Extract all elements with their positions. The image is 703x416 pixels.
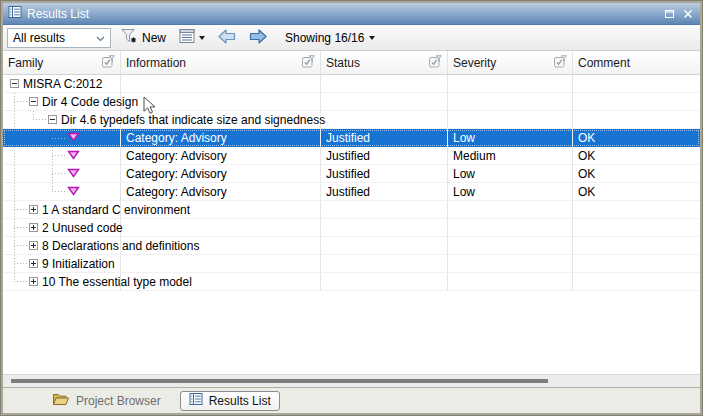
tree-indent (3, 101, 14, 102)
tree-group-row[interactable]: 8 Declarations and definitions (3, 237, 700, 255)
results-filter-select[interactable]: All results (7, 28, 111, 48)
collapse-toggle[interactable] (29, 97, 38, 106)
result-cell-information: Category: Advisory (121, 183, 321, 200)
result-row[interactable]: Category: AdvisoryJustifiedLowOK (3, 165, 700, 183)
tree-group-row[interactable]: 10 The essential type model (3, 273, 700, 291)
float-window-button[interactable] (663, 8, 675, 20)
column-header-status[interactable]: Status (321, 51, 448, 74)
chevron-down-icon (96, 31, 105, 45)
tree-indent (3, 263, 14, 264)
tree-connector (14, 227, 29, 228)
expand-toggle[interactable] (29, 205, 38, 214)
arrow-right-icon (249, 29, 267, 47)
collapse-toggle[interactable] (10, 79, 19, 88)
results-list-icon (8, 5, 22, 22)
window-controls (663, 8, 694, 20)
view-options-button[interactable] (176, 26, 208, 49)
previous-result-button[interactable] (215, 27, 239, 49)
tree-group-row[interactable]: MISRA C:2012 (3, 75, 700, 93)
column-header-label: Severity (453, 56, 496, 70)
result-cell-comment: OK (573, 165, 700, 182)
tree-group-row[interactable]: Dir 4 Code design (3, 93, 700, 111)
next-result-button[interactable] (246, 27, 270, 49)
expand-toggle[interactable] (29, 241, 38, 250)
column-header-severity[interactable]: Severity (448, 51, 573, 74)
result-row[interactable]: Category: AdvisoryJustifiedLowOK (3, 183, 700, 201)
result-cell-family (3, 183, 121, 200)
showing-caret-icon (369, 36, 375, 40)
tree-row-label: Dir 4 Code design (42, 95, 138, 109)
result-cell-status: Justified (321, 147, 448, 164)
arrow-left-icon (218, 29, 236, 47)
titlebar[interactable]: Results List (3, 3, 700, 25)
tree-group-row[interactable]: 9 Initialization (3, 255, 700, 273)
project-browser-icon (52, 392, 70, 410)
column-header-label: Status (326, 56, 360, 70)
expand-toggle[interactable] (29, 277, 38, 286)
result-cell-status: Justified (321, 183, 448, 200)
result-cell-severity: Low (448, 183, 573, 200)
column-header-comment[interactable]: Comment (573, 51, 700, 74)
tree-indent (3, 155, 52, 156)
tree-connector (14, 101, 29, 102)
expand-toggle[interactable] (29, 259, 38, 268)
tree-group-row[interactable]: 2 Unused code (3, 219, 700, 237)
tree-indent (3, 227, 14, 228)
toolbar: All results New (3, 25, 700, 51)
column-filter-icon[interactable] (554, 55, 567, 71)
result-cell-severity: Low (448, 165, 573, 182)
horizontal-scrollbar[interactable] (3, 374, 700, 387)
tree-connector (52, 138, 67, 139)
column-filter-icon[interactable] (102, 55, 115, 71)
result-cell-family (3, 147, 121, 164)
column-filter-icon[interactable] (302, 55, 315, 71)
new-filter-button[interactable]: New (118, 26, 169, 49)
tree-indent (3, 281, 14, 282)
result-cell-family (3, 129, 121, 147)
showing-label: Showing 16/16 (285, 31, 364, 45)
result-cell-comment: OK (573, 183, 700, 200)
column-header-row: FamilyInformationStatusSeverityComment (3, 51, 700, 75)
showing-dropdown[interactable]: Showing 16/16 (285, 31, 375, 45)
tree-row-label: 8 Declarations and definitions (42, 239, 199, 253)
result-row[interactable]: Category: AdvisoryJustifiedLowOK (3, 129, 700, 147)
tree-row-label: 1 A standard C environment (42, 203, 190, 217)
results-list-tab-icon (189, 392, 203, 409)
tree-indent (3, 209, 14, 210)
bottom-tabbar: Project Browser Results List (3, 387, 700, 413)
collapse-toggle[interactable] (48, 115, 57, 124)
list-view-icon (179, 28, 195, 47)
advisory-triangle-icon (67, 149, 80, 163)
tree-row-label: 9 Initialization (42, 257, 115, 271)
result-cell-information: Category: Advisory (121, 147, 321, 164)
column-header-family[interactable]: Family (3, 51, 121, 74)
column-header-information[interactable]: Information (121, 51, 321, 74)
column-filter-icon[interactable] (429, 55, 442, 71)
tree-connector (33, 119, 48, 120)
result-cell-family (3, 165, 121, 182)
tree-connector (14, 209, 29, 210)
tree-connector (14, 245, 29, 246)
tree-group-row[interactable]: Dir 4.6 typedefs that indicate size and … (3, 111, 700, 129)
tab-project-browser-label: Project Browser (76, 394, 161, 408)
tree-connector (52, 173, 67, 174)
close-window-button[interactable] (682, 8, 694, 20)
result-cell-comment: OK (573, 129, 700, 147)
result-cell-severity: Low (448, 129, 573, 147)
result-row[interactable]: Category: AdvisoryJustifiedMediumOK (3, 147, 700, 165)
horizontal-scrollbar-thumb[interactable] (11, 379, 548, 383)
tab-results-list[interactable]: Results List (180, 391, 280, 411)
tree-group-row[interactable]: 1 A standard C environment (3, 201, 700, 219)
tree-row-label: MISRA C:2012 (23, 77, 102, 91)
results-list-window: Results List All result (0, 0, 703, 416)
expand-toggle[interactable] (29, 223, 38, 232)
window-title: Results List (27, 7, 89, 21)
tree-indent (3, 119, 33, 120)
window-content: Results List All result (3, 3, 700, 413)
advisory-triangle-icon (67, 167, 80, 181)
tab-project-browser[interactable]: Project Browser (43, 391, 170, 411)
result-cell-information: Category: Advisory (121, 129, 321, 147)
tree-indent (3, 245, 14, 246)
column-header-label: Comment (578, 56, 630, 70)
tree-connector (52, 191, 67, 192)
